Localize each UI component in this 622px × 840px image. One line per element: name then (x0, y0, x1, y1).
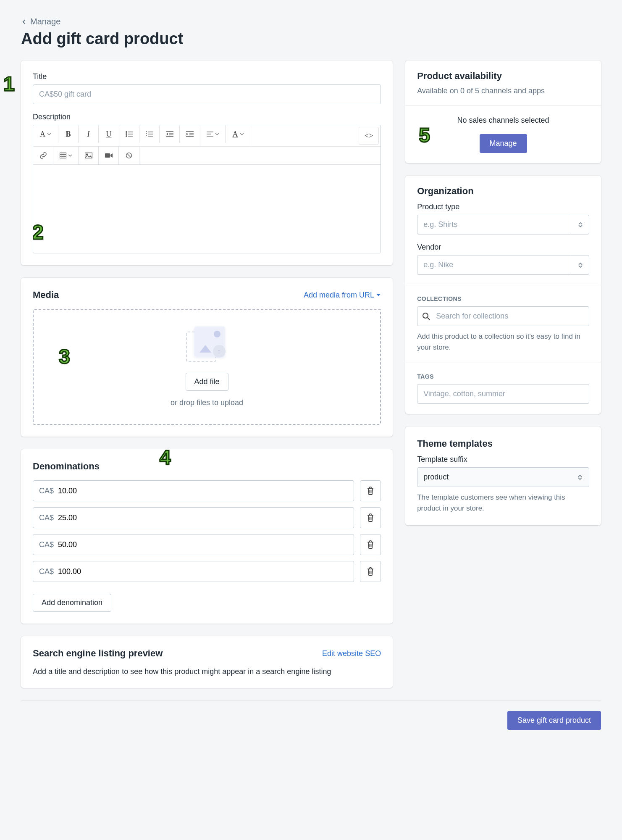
availability-heading: Product availability (417, 71, 589, 82)
callout-3: 3 (59, 345, 70, 368)
description-label: Description (33, 113, 381, 121)
text-color-dropdown[interactable]: A (226, 125, 251, 143)
organization-heading: Organization (417, 186, 589, 197)
svg-point-4 (126, 136, 126, 137)
svg-rect-23 (60, 153, 66, 158)
denomination-input-wrap[interactable]: CA$ (33, 480, 354, 501)
callout-1: 1 (3, 72, 15, 95)
italic-button[interactable]: I (79, 125, 99, 143)
card-title-description: 1 Title Description A B I U (21, 61, 393, 265)
denomination-value-input[interactable] (58, 540, 348, 549)
denomination-value-input[interactable] (58, 567, 348, 576)
trash-icon (366, 540, 375, 549)
denomination-input-wrap[interactable]: CA$ (33, 561, 354, 582)
vendor-input[interactable] (417, 255, 589, 275)
vendor-label: Vendor (417, 243, 589, 252)
trash-icon (366, 567, 375, 576)
media-dropzone[interactable]: 3 ↑ Add file or drop files to upload (33, 309, 381, 425)
collections-label: COLLECTIONS (417, 295, 589, 302)
no-channels-text: No sales channels selected (417, 116, 589, 125)
drop-hint: or drop files to upload (42, 398, 372, 407)
breadcrumb-label: Manage (30, 17, 60, 26)
bold-button[interactable]: B (58, 125, 79, 143)
callout-2: 2 (33, 221, 44, 244)
image-button[interactable] (79, 147, 99, 164)
number-list-button[interactable] (139, 125, 160, 143)
denomination-value-input[interactable] (58, 513, 348, 522)
collections-helper: Add this product to a collection so it's… (417, 331, 589, 353)
seo-helper: Add a title and description to see how t… (33, 667, 381, 676)
card-seo: Search engine listing preview Edit websi… (21, 636, 393, 688)
title-label: Title (33, 72, 381, 81)
media-heading: Media (33, 290, 59, 300)
seo-heading: Search engine listing preview (33, 648, 163, 659)
delete-denomination-button[interactable] (360, 534, 381, 555)
currency-prefix: CA$ (39, 567, 54, 576)
align-dropdown[interactable] (200, 125, 226, 143)
svg-rect-30 (105, 153, 110, 158)
card-media: Media Add media from URL 3 ↑ Add file or… (21, 278, 393, 437)
underline-button[interactable]: U (99, 125, 119, 143)
card-availability: Product availability Available on 0 of 5… (405, 61, 601, 163)
svg-line-32 (127, 154, 131, 157)
delete-denomination-button[interactable] (360, 507, 381, 528)
denominations-heading: Denominations (33, 461, 100, 472)
svg-point-2 (126, 134, 126, 134)
font-style-dropdown[interactable]: A (33, 125, 58, 143)
svg-rect-28 (85, 153, 92, 158)
manage-channels-button[interactable]: Manage (480, 134, 527, 153)
save-button[interactable]: Save gift card product (507, 711, 601, 730)
breadcrumb[interactable]: Manage (21, 17, 60, 26)
availability-subtitle: Available on 0 of 5 channels and apps (417, 87, 589, 95)
currency-prefix: CA$ (39, 513, 54, 522)
delete-denomination-button[interactable] (360, 480, 381, 501)
card-organization: Organization Product type Vendor (405, 176, 601, 414)
tags-label: TAGS (417, 373, 589, 380)
add-denomination-button[interactable]: Add denomination (33, 594, 111, 612)
rich-text-editor: A B I U A (33, 125, 381, 253)
page-title: Add gift card product (21, 30, 601, 48)
description-textarea[interactable] (33, 165, 381, 253)
card-theme: Theme templates Template suffix The temp… (405, 427, 601, 525)
callout-5: 5 (419, 124, 430, 147)
indent-button[interactable] (180, 125, 200, 143)
tags-input[interactable] (417, 384, 589, 404)
product-type-label: Product type (417, 203, 589, 211)
collections-search-input[interactable] (417, 306, 589, 326)
theme-helper: The template customers see when viewing … (417, 492, 589, 513)
denomination-row: CA$ (33, 561, 381, 582)
svg-line-42 (428, 318, 430, 320)
trash-icon (366, 486, 375, 495)
theme-heading: Theme templates (417, 438, 589, 449)
denomination-input-wrap[interactable]: CA$ (33, 534, 354, 555)
denomination-value-input[interactable] (58, 487, 348, 495)
callout-4: 4 (160, 446, 171, 469)
template-suffix-label: Template suffix (417, 455, 589, 464)
product-type-input[interactable] (417, 215, 589, 234)
template-suffix-select[interactable] (417, 467, 589, 487)
svg-point-41 (423, 313, 428, 318)
trash-icon (366, 513, 375, 522)
upload-graphic: ↑ (186, 327, 228, 364)
denomination-input-wrap[interactable]: CA$ (33, 507, 354, 528)
svg-point-29 (86, 154, 87, 155)
edit-seo-link[interactable]: Edit website SEO (322, 649, 381, 658)
svg-point-0 (126, 132, 126, 132)
currency-prefix: CA$ (39, 487, 54, 495)
code-view-button[interactable]: <> (359, 127, 379, 145)
add-media-url-link[interactable]: Add media from URL (304, 291, 381, 300)
denomination-row: CA$ (33, 534, 381, 555)
add-file-button[interactable]: Add file (186, 373, 228, 391)
outdent-button[interactable] (160, 125, 180, 143)
table-dropdown[interactable] (53, 147, 79, 164)
clear-format-button[interactable] (119, 147, 139, 164)
denomination-row: CA$ (33, 507, 381, 528)
delete-denomination-button[interactable] (360, 561, 381, 582)
chevron-left-icon (21, 18, 28, 25)
link-button[interactable] (33, 147, 53, 164)
search-icon (422, 312, 430, 321)
title-input[interactable] (33, 84, 381, 104)
video-button[interactable] (99, 147, 119, 164)
currency-prefix: CA$ (39, 540, 54, 549)
bullet-list-button[interactable] (119, 125, 139, 143)
